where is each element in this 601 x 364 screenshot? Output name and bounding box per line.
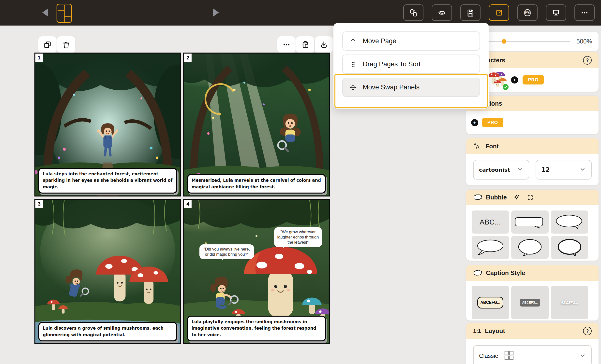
arrow-up-icon (350, 38, 356, 44)
menu-item-move-page[interactable]: Move Page (342, 31, 480, 51)
topbar-buttons: Ps (403, 4, 595, 21)
bubble-style-ellipse-right[interactable] (551, 210, 588, 234)
font-size-value: 12 (541, 166, 550, 173)
bubble-card: Bubble ABC... (466, 190, 599, 261)
expand-icon[interactable] (527, 194, 533, 201)
preview-eye-icon (438, 9, 446, 17)
speech-bubble-girl[interactable]: "Did you always live here, or did magic … (199, 244, 254, 259)
photoshop-button[interactable]: Ps (517, 4, 538, 21)
topbar: Ps (0, 0, 601, 26)
bubble-title: Bubble (486, 194, 507, 201)
comic-panel-4[interactable]: 4 "Did you always live here, or did magi… (183, 199, 330, 344)
swap-pages-button[interactable] (403, 4, 423, 21)
panel-number: 4 (184, 200, 192, 208)
layout-ratio: 1:1 (473, 328, 481, 334)
caption-sample: ABCEFG... (477, 297, 504, 308)
panel-number: 1 (35, 54, 43, 62)
more-options-button[interactable] (574, 4, 595, 21)
paste-icon (301, 41, 309, 49)
panel-3-artwork (35, 200, 180, 343)
export-button[interactable] (489, 4, 509, 21)
comic-panel-1[interactable]: 1 Lula steps into the enchanted forest, … (34, 53, 181, 196)
prev-page-arrow[interactable] (42, 8, 48, 17)
caption-style-boxed[interactable]: ABCEFG... (472, 286, 509, 319)
download-icon (320, 41, 328, 49)
caption-style-card: Caption Style ABCEFG... ABCEFG... ABCEFG… (466, 265, 599, 321)
layout-value: Classic (479, 352, 498, 359)
menu-item-label: Drag Pages To Sort (363, 60, 421, 68)
comic-panel-2[interactable]: 2 Mesmerized, Lula marvels at the carniv… (183, 53, 330, 196)
bubble-style-text[interactable]: ABC... (472, 210, 509, 234)
help-icon[interactable]: ? (583, 56, 592, 65)
selected-check-icon (503, 84, 509, 90)
font-family-value: cartoonist (479, 167, 510, 173)
help-icon[interactable]: ? (583, 327, 592, 335)
panel-2-caption[interactable]: Mesmerized, Lula marvels at the carnival… (187, 174, 326, 194)
font-title: Font (485, 143, 499, 150)
caption-style-dark[interactable]: ABCEFG... (511, 286, 549, 319)
characters-pro-badge[interactable]: PRO (523, 75, 544, 84)
menu-item-move-swap-panels[interactable]: Move Swap Panels (342, 78, 480, 97)
panel-number: 2 (184, 54, 192, 62)
page-context-menu: Move Page Drag Pages To Sort Move Swap P… (333, 23, 489, 109)
layout-card: 1:1 Layout ? Classic (466, 323, 599, 364)
font-size-select[interactable]: 12 (536, 160, 592, 180)
font-card: A A Font cartoonist 12 (466, 138, 599, 185)
grid-2x2-icon (503, 350, 515, 362)
bubble-style-rounded-rect[interactable] (511, 210, 549, 234)
bubble-style-ellipse-left[interactable] (472, 236, 509, 259)
bubble-style-bold-round[interactable] (551, 236, 588, 259)
more-icon (581, 9, 588, 17)
bubble-header: Bubble (466, 190, 599, 205)
duplicate-page-button[interactable] (38, 36, 57, 53)
zoom-slider-knob[interactable] (502, 39, 506, 44)
drag-handle-icon (350, 61, 356, 68)
page-more-button[interactable] (277, 36, 296, 53)
sparkle-icon[interactable] (513, 194, 520, 201)
caption-sample: ABCEFG... (520, 299, 540, 307)
comic-page: 1 Lula steps into the enchanted forest, … (34, 53, 330, 344)
menu-item-drag-pages-to-sort[interactable]: Drag Pages To Sort (342, 55, 480, 74)
chevron-down-icon (579, 166, 586, 173)
panel-3-caption[interactable]: Lula discovers a grove of smiling mushro… (38, 322, 177, 341)
menu-item-label: Move Page (363, 37, 396, 45)
caption-style-grid: ABCEFG... ABCEFG... ABCEFG... (466, 281, 599, 319)
photoshop-icon: Ps (524, 9, 531, 17)
chevron-down-icon (579, 352, 586, 360)
locations-pro-badge[interactable]: PRO (482, 118, 503, 127)
delete-page-button[interactable] (57, 36, 75, 53)
more-icon (283, 41, 290, 49)
duplicate-page-icon (44, 41, 51, 49)
comic-panel-3[interactable]: 3 Lula discovers a grove of smiling mush… (34, 199, 181, 344)
speech-bubble-mushroom[interactable]: "We grow wharever laughter echos through… (274, 227, 322, 247)
bubble-style-grid: ABC... (466, 205, 599, 259)
move-cross-icon (350, 84, 356, 91)
download-page-button[interactable] (315, 36, 333, 53)
layout-select[interactable]: Classic (473, 345, 592, 364)
export-icon (495, 9, 503, 17)
save-button[interactable] (460, 4, 481, 21)
layout-title: Layout (485, 327, 505, 335)
character-thumbnail-mushrooms[interactable] (488, 71, 507, 89)
delete-page-icon (62, 41, 70, 49)
save-icon (466, 9, 474, 17)
add-location-button[interactable]: + (471, 119, 478, 126)
caption-style-title: Caption Style (486, 269, 525, 277)
panel-1-caption[interactable]: Lula steps into the enchanted forest, ex… (38, 168, 177, 194)
font-header: A A Font (466, 138, 599, 154)
panel-4-caption[interactable]: Lula playfully engages the smiling mushr… (187, 316, 326, 341)
swap-pages-icon (409, 9, 417, 17)
caption-style-italic[interactable]: ABCEFG... (551, 286, 588, 319)
bubble-style-round[interactable] (511, 236, 549, 259)
add-character-button[interactable]: + (511, 76, 518, 84)
caption-style-header: Caption Style (466, 265, 599, 281)
preview-button[interactable] (432, 4, 452, 21)
next-page-arrow[interactable] (213, 8, 219, 17)
font-aa-icon: A A (473, 142, 481, 150)
font-family-select[interactable]: cartoonist (473, 160, 529, 180)
presentation-button[interactable] (546, 4, 566, 21)
paste-button[interactable] (296, 36, 314, 53)
current-page-thumbnail[interactable] (57, 4, 72, 23)
chevron-down-icon (517, 166, 523, 173)
presentation-icon (552, 9, 560, 17)
